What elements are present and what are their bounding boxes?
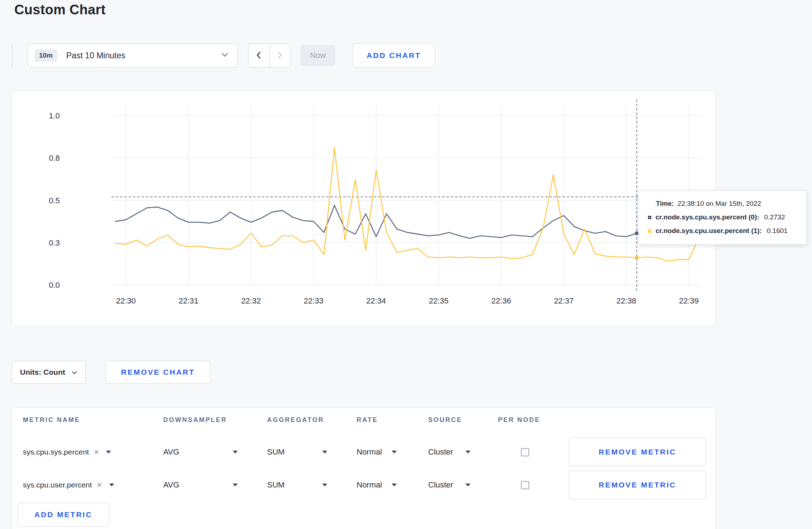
toolbar: 10m Past 10 Minutes Now ADD CHART (12, 44, 799, 67)
tooltip-series-name: cr.node.sys.cpu.user.percent (1): (656, 227, 762, 235)
add-metric-button[interactable]: ADD METRIC (18, 503, 109, 526)
col-header-rate: RATE (357, 416, 428, 424)
user-series-color-swatch-icon (648, 229, 651, 233)
chart-tooltip: Time:22:38:10 on Mar 15th, 2022 cr.node.… (638, 191, 807, 244)
now-button[interactable]: Now (300, 45, 335, 66)
chevron-down-icon (221, 52, 228, 59)
downsampler-value: AVG (163, 480, 179, 490)
svg-text:0.3: 0.3 (49, 238, 60, 247)
caret-down-icon (392, 451, 397, 453)
svg-text:22:32: 22:32 (241, 296, 261, 305)
time-range-badge: 10m (35, 49, 57, 62)
metrics-table: METRIC NAME DOWNSAMPLER AGGREGATOR RATE … (12, 407, 715, 529)
metric-row: sys.cpu.user.percent × AVG SUM Normal Cl… (23, 469, 715, 501)
time-range-dropdown[interactable]: 10m Past 10 Minutes (28, 44, 237, 67)
tooltip-series-name: cr.node.sys.cpu.sys.percent (0): (656, 213, 759, 221)
time-pager (248, 44, 290, 67)
caret-down-icon (465, 484, 470, 486)
svg-text:22:31: 22:31 (179, 296, 198, 305)
remove-chart-button[interactable]: REMOVE CHART (106, 361, 210, 384)
chart-controls: Units: Count REMOVE CHART (12, 361, 298, 384)
metric-row: sys.cpu.sys.percent × AVG SUM Normal Clu… (23, 436, 715, 469)
prev-time-button[interactable] (248, 44, 269, 67)
caret-down-icon (465, 451, 470, 453)
downsampler-select[interactable]: AVG (163, 447, 238, 457)
caret-down-icon (233, 451, 238, 453)
col-header-per-node: PER NODE (498, 416, 569, 424)
svg-text:0.0: 0.0 (49, 281, 60, 290)
sys-series-color-swatch-icon (648, 216, 651, 219)
tooltip-time-value: 22:38:10 on Mar 15th, 2022 (677, 200, 761, 207)
remove-metric-button[interactable]: REMOVE METRIC (569, 471, 706, 499)
col-header-source: SOURCE (428, 416, 498, 424)
chart-section: 22:3022:3122:3222:3322:3422:3522:3622:37… (12, 91, 715, 327)
tooltip-series-value: 0.1601 (767, 227, 788, 235)
chevron-down-icon (72, 368, 77, 377)
downsampler-select[interactable]: AVG (163, 480, 238, 490)
svg-text:22:35: 22:35 (429, 296, 449, 305)
time-range-label: Past 10 Minutes (66, 51, 125, 60)
svg-text:22:39: 22:39 (679, 296, 699, 305)
clear-metric-icon[interactable]: × (97, 481, 102, 489)
svg-text:0.8: 0.8 (49, 154, 60, 162)
caret-down-icon (322, 451, 327, 453)
units-dropdown[interactable]: Units: Count (12, 361, 86, 384)
caret-down-icon (322, 484, 327, 486)
tooltip-row: cr.node.sys.cpu.user.percent (1): 0.1601 (648, 227, 797, 235)
chevron-left-icon (256, 50, 262, 61)
aggregator-value: SUM (267, 447, 285, 457)
caret-down-icon (109, 484, 114, 486)
col-header-metric-name: METRIC NAME (23, 416, 163, 424)
svg-text:22:38: 22:38 (617, 296, 636, 305)
line-chart[interactable]: 22:3022:3122:3222:3322:3422:3522:3622:37… (12, 91, 716, 327)
tooltip-time-label: Time: (656, 200, 674, 207)
tooltip-row: cr.node.sys.cpu.sys.percent (0): 0.2732 (648, 213, 797, 221)
svg-text:22:34: 22:34 (366, 296, 386, 305)
col-header-downsampler: DOWNSAMPLER (163, 416, 267, 424)
metric-name-select[interactable]: sys.cpu.user.percent × (23, 481, 163, 489)
units-label: Units: Count (20, 368, 65, 377)
source-value: Cluster (428, 480, 453, 490)
per-node-checkbox[interactable] (521, 448, 529, 456)
page-title: Custom Chart (14, 2, 106, 18)
rate-select[interactable]: Normal (357, 447, 397, 457)
chevron-right-icon (276, 50, 283, 61)
svg-text:22:30: 22:30 (116, 296, 136, 305)
source-select[interactable]: Cluster (428, 480, 470, 490)
chart-card: 22:3022:3122:3222:3322:3422:3522:3622:37… (12, 91, 715, 327)
svg-text:22:36: 22:36 (491, 296, 511, 305)
svg-text:1.0: 1.0 (49, 111, 60, 120)
clear-metric-icon[interactable]: × (94, 448, 99, 456)
rate-value: Normal (357, 447, 382, 457)
col-header-aggregator: AGGREGATOR (267, 416, 357, 424)
add-chart-button[interactable]: ADD CHART (353, 44, 435, 67)
svg-text:22:33: 22:33 (304, 296, 323, 305)
caret-down-icon (392, 484, 397, 486)
metric-name-value: sys.cpu.sys.percent (23, 448, 89, 456)
tooltip-series-value: 0.2732 (764, 213, 785, 221)
caret-down-icon (106, 451, 111, 453)
per-node-checkbox[interactable] (521, 481, 529, 489)
next-time-button[interactable] (269, 44, 290, 67)
aggregator-select[interactable]: SUM (267, 480, 327, 490)
tooltip-time: Time:22:38:10 on Mar 15th, 2022 (648, 200, 797, 208)
remove-metric-button[interactable]: REMOVE METRIC (569, 438, 706, 466)
aggregator-value: SUM (267, 480, 285, 490)
custom-chart-page: Custom Chart 10m Past 10 Minutes Now (0, 0, 812, 529)
metric-name-select[interactable]: sys.cpu.sys.percent × (23, 448, 163, 456)
metric-name-value: sys.cpu.user.percent (23, 481, 92, 489)
rate-select[interactable]: Normal (357, 480, 397, 490)
source-value: Cluster (428, 447, 453, 457)
toolbar-divider (12, 44, 13, 67)
svg-text:0.5: 0.5 (49, 196, 60, 205)
caret-down-icon (233, 484, 238, 486)
downsampler-value: AVG (163, 447, 179, 457)
source-select[interactable]: Cluster (428, 447, 470, 457)
metrics-table-header: METRIC NAME DOWNSAMPLER AGGREGATOR RATE … (23, 416, 715, 436)
aggregator-select[interactable]: SUM (267, 447, 327, 457)
rate-value: Normal (357, 480, 382, 490)
svg-text:22:37: 22:37 (554, 296, 574, 305)
